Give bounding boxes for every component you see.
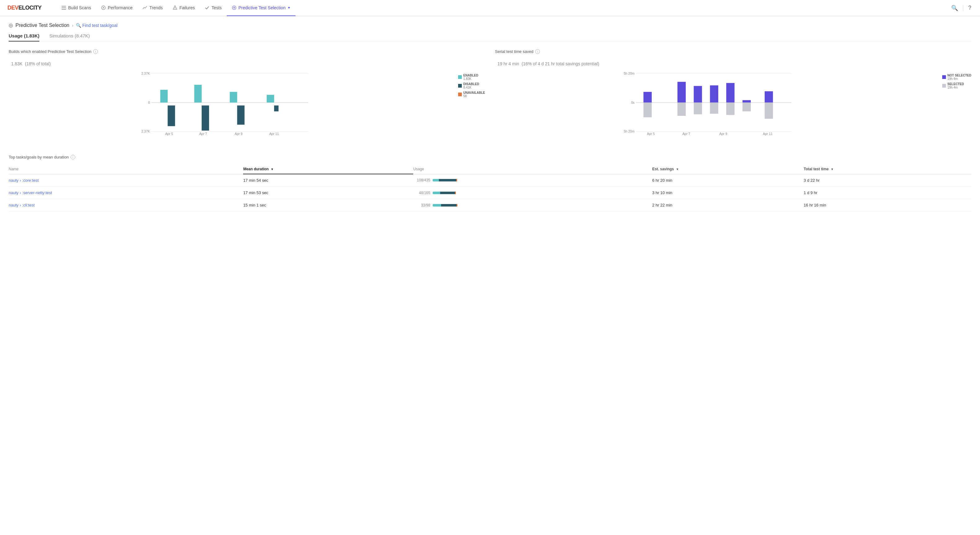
- legend-not-selected: NOT SELECTED 19h 4m: [942, 74, 971, 81]
- logo-suffix: ELOCITY: [19, 5, 42, 11]
- legend-val-not-selected: 19h 4m: [948, 77, 971, 81]
- breadcrumb-title: Predictive Test Selection: [16, 22, 69, 28]
- serial-chart-area: NOT SELECTED 19h 4m SELECTED 19h 4m: [495, 71, 971, 145]
- table-row: nauty › :core:test 17 min 54 sec 108/435: [9, 174, 971, 187]
- bar-orange-2: [457, 204, 458, 206]
- cell-usage-2: 33/98: [413, 199, 652, 211]
- nav-label-build-scans: Build Scans: [68, 5, 91, 10]
- legend-disabled: DISABLED 8.41K: [458, 83, 485, 89]
- help-button[interactable]: ?: [967, 3, 972, 13]
- bar-orange-1: [455, 192, 456, 194]
- svg-text:0s: 0s: [631, 101, 635, 104]
- cell-name-2[interactable]: nauty › :cli:test: [9, 199, 243, 211]
- nav-sparkle-icon: ✦: [288, 6, 291, 10]
- bar-dark-1: [440, 192, 455, 194]
- svg-rect-40: [726, 83, 735, 103]
- svg-text:2.37K: 2.37K: [142, 71, 150, 75]
- legend-label-enabled: ENABLED: [463, 74, 478, 77]
- nav-item-performance[interactable]: Performance: [96, 0, 137, 16]
- svg-rect-16: [194, 85, 202, 103]
- nav-divider: [963, 5, 963, 11]
- nav-item-build-scans[interactable]: Build Scans: [56, 0, 96, 16]
- header-row: Name Mean duration ▼ Usage Est. savings …: [9, 164, 971, 174]
- serial-chart-title: Serial test time saved i: [495, 49, 971, 54]
- legend-label-unavailable: UNAVAILABLE: [463, 91, 485, 94]
- svg-text:Apr 7: Apr 7: [199, 132, 207, 136]
- usage-text-0: 108/435: [413, 178, 430, 183]
- builds-chart-section: Builds which enabled Predictive Test Sel…: [9, 49, 485, 145]
- col-mean-duration[interactable]: Mean duration ▼: [243, 164, 413, 174]
- nav-item-tests[interactable]: Tests: [200, 0, 227, 16]
- failures-icon: [172, 5, 178, 10]
- legend-color-disabled: [458, 84, 462, 87]
- tab-simulations[interactable]: Simulations (8.47K): [49, 31, 90, 41]
- svg-text:5h 20m: 5h 20m: [624, 71, 635, 75]
- tab-usage[interactable]: Usage (1.83K): [9, 31, 39, 41]
- cell-name-1[interactable]: nauty › :server-netty:test: [9, 187, 243, 199]
- table-body: nauty › :core:test 17 min 54 sec 108/435: [9, 174, 971, 211]
- usage-bar-0: [433, 179, 458, 181]
- svg-text:Apr 5: Apr 5: [165, 132, 173, 136]
- legend-val-selected: 19h 4m: [948, 86, 964, 89]
- serial-info-icon[interactable]: i: [535, 49, 540, 54]
- cell-duration-1: 17 min 53 sec: [243, 187, 413, 199]
- col-usage: Usage: [413, 164, 652, 174]
- svg-rect-20: [267, 95, 274, 103]
- svg-point-6: [175, 8, 175, 9]
- nav-label-trends: Trends: [149, 5, 162, 10]
- svg-text:Apr 7: Apr 7: [682, 132, 690, 136]
- tasks-table: Name Mean duration ▼ Usage Est. savings …: [9, 164, 971, 211]
- svg-text:Apr 11: Apr 11: [763, 132, 773, 136]
- find-task-icon: 🔍: [76, 23, 81, 28]
- col-name: Name: [9, 164, 243, 174]
- nav-item-trends[interactable]: Trends: [137, 0, 167, 16]
- tabs: Usage (1.83K) Simulations (8.47K): [9, 31, 971, 42]
- legend-color-unavailable: [458, 92, 462, 96]
- svg-text:Apr 11: Apr 11: [269, 132, 279, 136]
- svg-rect-42: [743, 100, 751, 103]
- cell-usage-0: 108/435: [413, 174, 652, 187]
- build-scans-icon: [61, 5, 66, 10]
- nav-right: 🔍 ?: [950, 3, 972, 13]
- cell-total-1: 1 d 9 hr: [804, 187, 971, 199]
- legend-label-selected: SELECTED: [948, 83, 964, 86]
- logo[interactable]: DEVELOCITY: [8, 5, 41, 11]
- svg-rect-38: [710, 86, 718, 103]
- bar-teal-0: [433, 179, 439, 181]
- table-row: nauty › :server-netty:test 17 min 53 sec…: [9, 187, 971, 199]
- charts-grid: Builds which enabled Predictive Test Sel…: [9, 49, 971, 145]
- navigation: DEVELOCITY Build Scans Performance Trend…: [0, 0, 980, 16]
- cell-savings-2: 2 hr 22 min: [652, 199, 804, 211]
- trends-icon: [143, 5, 148, 10]
- cell-total-0: 3 d 22 hr: [804, 174, 971, 187]
- col-total-test-time[interactable]: Total test time ▼: [804, 164, 971, 174]
- legend-label-disabled: DISABLED: [463, 83, 479, 86]
- legend-color-not-selected: [942, 75, 946, 79]
- svg-rect-35: [678, 103, 686, 116]
- builds-chart-value: 1.83K(18% of total): [9, 55, 485, 68]
- cell-total-2: 16 hr 16 min: [804, 199, 971, 211]
- nav-label-failures: Failures: [179, 5, 195, 10]
- nav-items: Build Scans Performance Trends Failures …: [56, 0, 950, 16]
- svg-text:2.37K: 2.37K: [142, 129, 150, 133]
- svg-rect-17: [202, 106, 209, 131]
- svg-rect-37: [694, 103, 702, 114]
- table-info-icon[interactable]: i: [71, 155, 75, 159]
- breadcrumb-link[interactable]: 🔍 Find test task/goal: [76, 23, 118, 28]
- serial-chart-svg: 5h 20m 0s 5h 20m: [495, 71, 928, 136]
- serial-legend: NOT SELECTED 19h 4m SELECTED 19h 4m: [942, 74, 971, 91]
- sort-arrow-mean-duration: ▼: [271, 168, 274, 171]
- table-section: Top tasks/goals by mean duration i Name …: [9, 155, 971, 211]
- nav-item-predictive-test-selection[interactable]: Predictive Test Selection ✦: [227, 0, 296, 16]
- nav-item-failures[interactable]: Failures: [167, 0, 200, 16]
- col-est-savings[interactable]: Est. savings ▼: [652, 164, 804, 174]
- svg-rect-43: [743, 103, 751, 111]
- search-button[interactable]: 🔍: [950, 3, 959, 13]
- bar-teal-2: [433, 204, 441, 206]
- builds-chart-title: Builds which enabled Predictive Test Sel…: [9, 49, 485, 54]
- cell-name-0[interactable]: nauty › :core:test: [9, 174, 243, 187]
- svg-rect-32: [643, 92, 652, 103]
- svg-rect-15: [167, 106, 175, 126]
- builds-info-icon[interactable]: i: [93, 49, 98, 54]
- nav-label-predictive: Predictive Test Selection: [239, 5, 286, 10]
